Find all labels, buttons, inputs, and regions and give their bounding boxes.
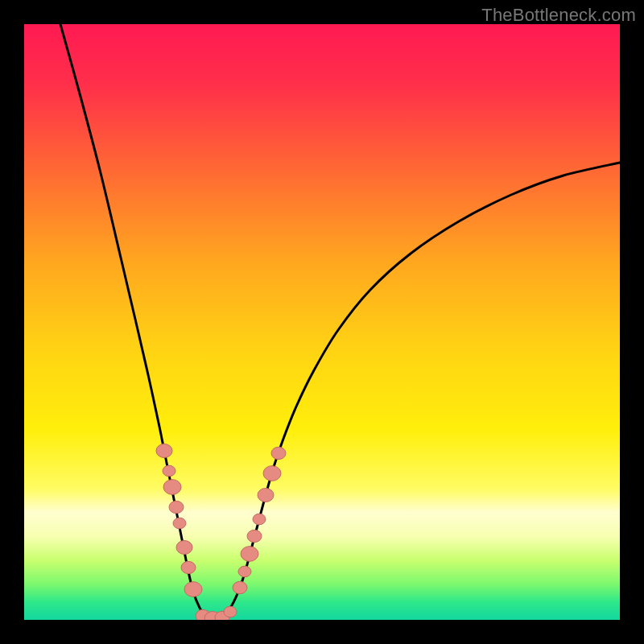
chart-frame [24, 24, 620, 620]
watermark-text: TheBottleneck.com [481, 5, 636, 26]
svg-rect-0 [24, 24, 620, 620]
background-gradient [24, 24, 620, 620]
